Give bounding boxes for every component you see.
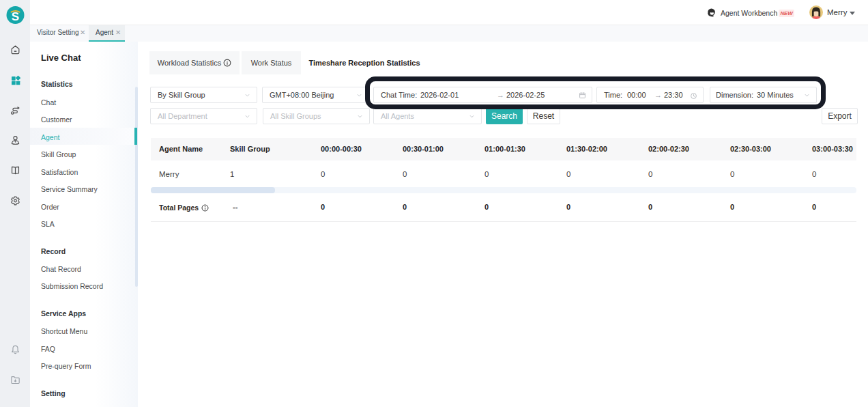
svg-text:S: S [12,10,19,23]
